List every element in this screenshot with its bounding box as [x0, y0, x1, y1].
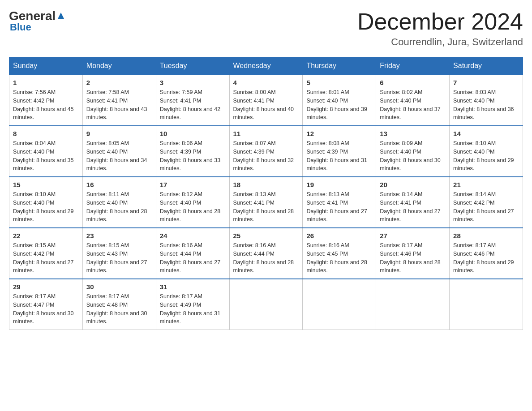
logo-triangle-icon	[57, 12, 65, 21]
day-info: Sunrise: 8:15 AMSunset: 4:42 PMDaylight:…	[13, 242, 74, 274]
table-row: 23 Sunrise: 8:15 AMSunset: 4:43 PMDaylig…	[82, 228, 156, 279]
day-number: 29	[13, 283, 79, 291]
table-row: 12 Sunrise: 8:08 AMSunset: 4:39 PMDaylig…	[303, 126, 376, 177]
day-info: Sunrise: 8:00 AMSunset: 4:41 PMDaylight:…	[233, 89, 294, 120]
day-info: Sunrise: 7:58 AMSunset: 4:41 PMDaylight:…	[86, 89, 147, 120]
day-number: 17	[160, 181, 226, 188]
page-header: General Blue December 2024 Courrendlin, …	[9, 9, 523, 48]
day-number: 4	[233, 79, 299, 86]
day-info: Sunrise: 8:08 AMSunset: 4:39 PMDaylight:…	[306, 140, 367, 171]
col-thursday: Thursday	[303, 57, 376, 75]
day-info: Sunrise: 8:02 AMSunset: 4:40 PMDaylight:…	[380, 89, 441, 120]
day-info: Sunrise: 8:03 AMSunset: 4:40 PMDaylight:…	[453, 89, 514, 120]
day-number: 6	[380, 79, 446, 86]
day-info: Sunrise: 8:13 AMSunset: 4:41 PMDaylight:…	[306, 191, 367, 223]
day-number: 26	[306, 232, 372, 240]
table-row: 15 Sunrise: 8:10 AMSunset: 4:40 PMDaylig…	[9, 177, 83, 228]
table-row	[376, 279, 450, 330]
table-row: 24 Sunrise: 8:16 AMSunset: 4:44 PMDaylig…	[156, 228, 229, 279]
table-row: 18 Sunrise: 8:13 AMSunset: 4:41 PMDaylig…	[229, 177, 303, 228]
day-info: Sunrise: 8:16 AMSunset: 4:44 PMDaylight:…	[233, 242, 294, 274]
day-info: Sunrise: 8:17 AMSunset: 4:49 PMDaylight:…	[160, 293, 221, 325]
calendar-week-row: 29 Sunrise: 8:17 AMSunset: 4:47 PMDaylig…	[9, 279, 523, 330]
table-row: 2 Sunrise: 7:58 AMSunset: 4:41 PMDayligh…	[82, 75, 156, 126]
table-row: 10 Sunrise: 8:06 AMSunset: 4:39 PMDaylig…	[156, 126, 229, 177]
col-tuesday: Tuesday	[156, 57, 229, 75]
day-number: 23	[86, 232, 152, 240]
table-row: 28 Sunrise: 8:17 AMSunset: 4:46 PMDaylig…	[450, 228, 523, 279]
table-row: 29 Sunrise: 8:17 AMSunset: 4:47 PMDaylig…	[9, 279, 83, 330]
day-number: 5	[306, 79, 372, 86]
day-number: 30	[86, 283, 152, 291]
day-info: Sunrise: 8:13 AMSunset: 4:41 PMDaylight:…	[233, 191, 294, 223]
table-row: 30 Sunrise: 8:17 AMSunset: 4:48 PMDaylig…	[82, 279, 156, 330]
day-info: Sunrise: 8:14 AMSunset: 4:41 PMDaylight:…	[380, 191, 441, 223]
table-row	[450, 279, 523, 330]
day-info: Sunrise: 8:04 AMSunset: 4:40 PMDaylight:…	[13, 140, 74, 171]
table-row: 17 Sunrise: 8:12 AMSunset: 4:40 PMDaylig…	[156, 177, 229, 228]
table-row: 22 Sunrise: 8:15 AMSunset: 4:42 PMDaylig…	[9, 228, 83, 279]
day-info: Sunrise: 8:15 AMSunset: 4:43 PMDaylight:…	[86, 242, 147, 274]
table-row: 20 Sunrise: 8:14 AMSunset: 4:41 PMDaylig…	[376, 177, 450, 228]
table-row: 6 Sunrise: 8:02 AMSunset: 4:40 PMDayligh…	[376, 75, 450, 126]
col-saturday: Saturday	[450, 57, 523, 75]
day-info: Sunrise: 8:12 AMSunset: 4:40 PMDaylight:…	[160, 191, 221, 223]
day-number: 12	[306, 130, 372, 137]
day-info: Sunrise: 7:56 AMSunset: 4:42 PMDaylight:…	[13, 89, 74, 120]
day-info: Sunrise: 8:17 AMSunset: 4:48 PMDaylight:…	[86, 293, 147, 325]
table-row: 7 Sunrise: 8:03 AMSunset: 4:40 PMDayligh…	[450, 75, 523, 126]
table-row: 14 Sunrise: 8:10 AMSunset: 4:40 PMDaylig…	[450, 126, 523, 177]
day-number: 18	[233, 181, 299, 188]
month-title: December 2024	[357, 9, 523, 34]
table-row: 16 Sunrise: 8:11 AMSunset: 4:40 PMDaylig…	[82, 177, 156, 228]
table-row	[303, 279, 376, 330]
day-info: Sunrise: 8:17 AMSunset: 4:46 PMDaylight:…	[380, 242, 441, 274]
logo-blue-text: Blue	[10, 21, 31, 33]
day-info: Sunrise: 8:10 AMSunset: 4:40 PMDaylight:…	[13, 191, 74, 223]
table-row	[229, 279, 303, 330]
day-info: Sunrise: 8:11 AMSunset: 4:40 PMDaylight:…	[86, 191, 147, 223]
day-number: 9	[86, 130, 152, 137]
day-number: 22	[13, 232, 79, 240]
location-title: Courrendlin, Jura, Switzerland	[357, 36, 523, 48]
day-number: 16	[86, 181, 152, 188]
calendar-week-row: 22 Sunrise: 8:15 AMSunset: 4:42 PMDaylig…	[9, 228, 523, 279]
table-row: 9 Sunrise: 8:05 AMSunset: 4:40 PMDayligh…	[82, 126, 156, 177]
day-number: 28	[453, 232, 519, 240]
day-number: 24	[160, 232, 226, 240]
calendar-table: Sunday Monday Tuesday Wednesday Thursday…	[9, 57, 523, 330]
table-row: 8 Sunrise: 8:04 AMSunset: 4:40 PMDayligh…	[9, 126, 83, 177]
col-friday: Friday	[376, 57, 450, 75]
day-number: 8	[13, 130, 79, 137]
col-monday: Monday	[82, 57, 156, 75]
day-number: 1	[13, 79, 79, 86]
day-info: Sunrise: 7:59 AMSunset: 4:41 PMDaylight:…	[160, 89, 221, 120]
table-row: 5 Sunrise: 8:01 AMSunset: 4:40 PMDayligh…	[303, 75, 376, 126]
day-info: Sunrise: 8:17 AMSunset: 4:47 PMDaylight:…	[13, 293, 74, 325]
day-number: 27	[380, 232, 446, 240]
day-number: 3	[160, 79, 226, 86]
day-info: Sunrise: 8:05 AMSunset: 4:40 PMDaylight:…	[86, 140, 147, 171]
table-row: 26 Sunrise: 8:16 AMSunset: 4:45 PMDaylig…	[303, 228, 376, 279]
svg-marker-0	[58, 13, 64, 19]
day-number: 19	[306, 181, 372, 188]
table-row: 31 Sunrise: 8:17 AMSunset: 4:49 PMDaylig…	[156, 279, 229, 330]
table-row: 4 Sunrise: 8:00 AMSunset: 4:41 PMDayligh…	[229, 75, 303, 126]
day-number: 31	[160, 283, 226, 291]
table-row: 13 Sunrise: 8:09 AMSunset: 4:40 PMDaylig…	[376, 126, 450, 177]
table-row: 1 Sunrise: 7:56 AMSunset: 4:42 PMDayligh…	[9, 75, 83, 126]
calendar-header-row: Sunday Monday Tuesday Wednesday Thursday…	[9, 57, 523, 75]
day-number: 15	[13, 181, 79, 188]
day-info: Sunrise: 8:01 AMSunset: 4:40 PMDaylight:…	[306, 89, 367, 120]
table-row: 21 Sunrise: 8:14 AMSunset: 4:42 PMDaylig…	[450, 177, 523, 228]
calendar-week-row: 15 Sunrise: 8:10 AMSunset: 4:40 PMDaylig…	[9, 177, 523, 228]
day-info: Sunrise: 8:10 AMSunset: 4:40 PMDaylight:…	[453, 140, 514, 171]
calendar-week-row: 8 Sunrise: 8:04 AMSunset: 4:40 PMDayligh…	[9, 126, 523, 177]
day-number: 14	[453, 130, 519, 137]
day-number: 20	[380, 181, 446, 188]
calendar-week-row: 1 Sunrise: 7:56 AMSunset: 4:42 PMDayligh…	[9, 75, 523, 126]
table-row: 19 Sunrise: 8:13 AMSunset: 4:41 PMDaylig…	[303, 177, 376, 228]
table-row: 27 Sunrise: 8:17 AMSunset: 4:46 PMDaylig…	[376, 228, 450, 279]
title-section: December 2024 Courrendlin, Jura, Switzer…	[357, 9, 523, 48]
day-number: 7	[453, 79, 519, 86]
